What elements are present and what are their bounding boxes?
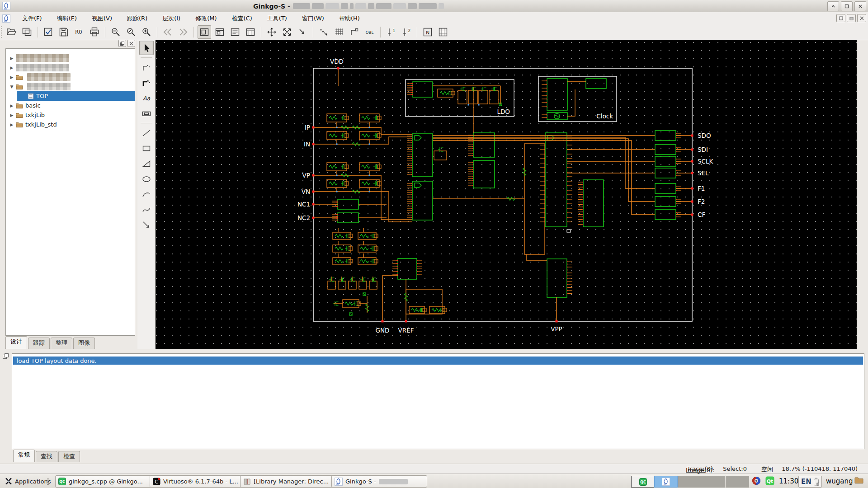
save-icon[interactable] (57, 25, 71, 39)
tree-item-redacted[interactable]: ▶ (6, 53, 135, 63)
menu-modify[interactable]: 修改(M) (190, 13, 222, 24)
log-tab-0[interactable]: 常规 (13, 450, 35, 462)
grid-box-icon[interactable] (436, 25, 450, 39)
menu-edit[interactable]: 编辑(E) (52, 13, 82, 24)
tree-expand-arrow[interactable]: ▶ (9, 56, 14, 61)
zoom-out-icon[interactable] (109, 25, 123, 39)
pick-arrow-icon[interactable] (296, 25, 309, 39)
tray-task-empty-1[interactable] (678, 476, 702, 488)
log-message[interactable]: load TOP layout data done. (13, 357, 863, 365)
triangle-tool-icon[interactable] (139, 156, 154, 171)
pin-1-icon[interactable]: 1 (384, 25, 398, 39)
arrow-tool-icon[interactable] (139, 218, 154, 232)
tree-expand-arrow[interactable]: ▶ (9, 122, 14, 127)
tree-expand-arrow[interactable]: ▶ (9, 75, 14, 80)
wire-tool-icon[interactable] (139, 60, 154, 75)
dock-tab-0[interactable]: 设计 (5, 336, 27, 349)
ellipse-tool-icon[interactable] (139, 172, 154, 186)
tray-folder-icon[interactable] (854, 476, 863, 484)
tree-item-redacted[interactable]: ▶ (6, 72, 135, 82)
dock-tab-3[interactable]: 图像 (73, 338, 95, 349)
applications-menu[interactable]: Applications (3, 475, 52, 487)
minimize-button[interactable] (827, 1, 839, 11)
tree-expand-arrow[interactable]: ▼ (9, 84, 14, 89)
tray-qt-icon[interactable]: Qt (765, 476, 774, 485)
task-button-3[interactable]: Ginkgo-S - (331, 475, 427, 488)
trace-dots-icon[interactable] (317, 25, 330, 39)
maximize-button[interactable] (841, 1, 853, 11)
log-output[interactable]: load TOP layout data done. (12, 353, 864, 449)
close-button[interactable] (854, 1, 866, 11)
zoom-in-icon[interactable] (140, 25, 153, 39)
nav-forward-icon[interactable] (176, 25, 190, 39)
library-panel-titlebar[interactable] (4, 41, 136, 48)
open-folder-icon[interactable] (5, 25, 19, 39)
arc-tool-icon[interactable] (139, 187, 154, 202)
tray-task-qtcreator[interactable]: QC (631, 476, 655, 488)
tree-expand-arrow[interactable]: ▶ (9, 66, 14, 70)
mdi-restore-button[interactable] (836, 14, 845, 22)
grid-icon[interactable] (332, 25, 346, 39)
view-window-icon[interactable] (213, 25, 226, 39)
keyboard-layout-indicator[interactable]: EN (798, 476, 822, 488)
tree-item-redacted[interactable]: ▶ (6, 63, 135, 72)
task-button-2[interactable]: [Library Manager: Direc... (240, 475, 336, 488)
design-tree[interactable]: ▶▶▶▼TOP▶basic▶txkjLib▶txkjLib_std (5, 48, 135, 336)
tray-task-ginkgo[interactable] (654, 476, 678, 488)
view-layout-icon[interactable] (198, 25, 211, 39)
spline-tool-icon[interactable] (139, 202, 154, 217)
letter-n-icon[interactable]: N (421, 25, 434, 39)
menu-file[interactable]: 文件(F) (17, 13, 47, 24)
menu-view[interactable]: 视图(V) (86, 13, 118, 24)
layout-canvas[interactable]: VDDLDOClockGNDVREFVPPIPINVPVNNC1NC2SDOSD… (156, 40, 857, 349)
wire-bold-tool-icon[interactable] (139, 75, 154, 90)
pin-2-icon[interactable]: 2 (400, 25, 413, 39)
tree-item-basic[interactable]: ▶basic (6, 101, 135, 110)
tray-sync-icon[interactable] (752, 476, 761, 485)
menu-trace[interactable]: 跟踪(R) (122, 13, 153, 24)
svg-text:R0: R0 (75, 29, 82, 35)
pointer-tool-icon[interactable] (139, 41, 154, 55)
mdi-close-button[interactable] (857, 14, 866, 22)
zoom-cancel-icon[interactable] (124, 25, 138, 39)
dock-tab-2[interactable]: 整理 (51, 338, 72, 349)
mdi-minimize-button[interactable] (847, 14, 856, 22)
route-corner-icon[interactable] (348, 25, 361, 39)
toolbar-grip[interactable] (1, 26, 2, 38)
print-icon[interactable] (88, 25, 101, 39)
tree-expand-arrow[interactable]: ▶ (9, 113, 14, 117)
menu-tools[interactable]: 工具(T) (262, 13, 292, 24)
tree-item-top[interactable]: TOP (17, 91, 135, 101)
menu-help[interactable]: 帮助(H) (334, 13, 365, 24)
menu-hierarchy[interactable]: 层次(I) (157, 13, 186, 24)
menu-check[interactable]: 检查(C) (226, 13, 258, 24)
view-table-icon[interactable] (244, 25, 257, 39)
obl-icon[interactable]: OBL (363, 25, 377, 39)
move-cross-icon[interactable] (265, 25, 278, 39)
rectangle-tool-icon[interactable] (139, 141, 154, 155)
tree-expand-arrow[interactable]: ▶ (9, 103, 14, 108)
tree-item-txkjlib[interactable]: ▶txkjLib (6, 110, 135, 120)
check-option-icon[interactable] (42, 25, 55, 39)
task-button-0[interactable]: QCginkgo_s.cpp @ Ginkgo... (55, 475, 154, 488)
tray-task-empty-3[interactable] (726, 476, 749, 488)
log-float-icon[interactable] (3, 353, 9, 359)
task-button-1[interactable]: CVirtuoso® 6.1.7-64b - L... (150, 475, 245, 488)
fit-view-icon[interactable] (280, 25, 294, 39)
view-text-icon[interactable] (228, 25, 242, 39)
tree-item-redacted[interactable]: ▼ (6, 82, 135, 91)
panel-close-button[interactable] (127, 40, 135, 47)
nav-back-icon[interactable] (161, 25, 175, 39)
log-tab-2[interactable]: 检查 (58, 451, 80, 462)
component-tool-icon[interactable] (139, 106, 154, 121)
save-view-icon[interactable] (20, 25, 34, 39)
tray-task-empty-2[interactable] (702, 476, 725, 488)
panel-float-button[interactable] (118, 40, 126, 47)
menu-window[interactable]: 窗口(W) (297, 13, 330, 24)
tree-item-txkjlib_std[interactable]: ▶txkjLib_std (6, 120, 135, 129)
log-tab-1[interactable]: 查找 (36, 451, 57, 462)
text-tool-icon[interactable]: Aa (139, 91, 154, 105)
dock-tab-1[interactable]: 跟踪 (28, 338, 50, 349)
line-tool-icon[interactable] (139, 126, 154, 140)
r0-icon[interactable]: R0 (72, 25, 86, 39)
